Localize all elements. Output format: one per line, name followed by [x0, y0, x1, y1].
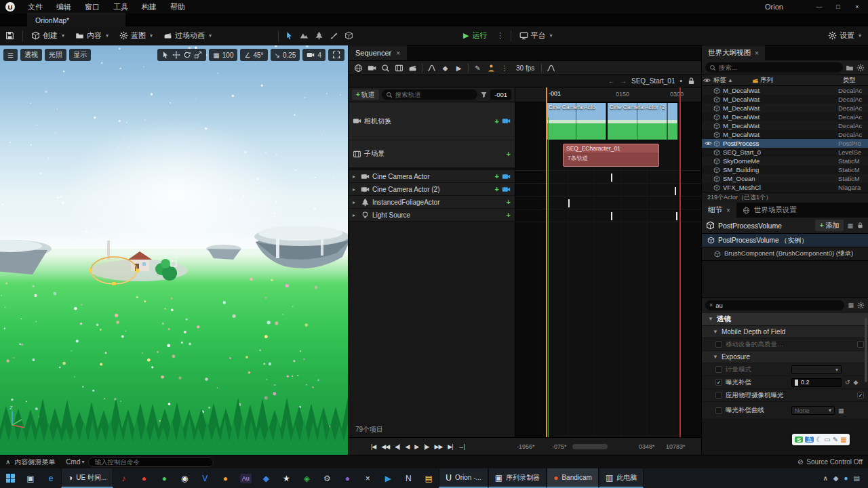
add-component-button[interactable]: + 添加 — [815, 220, 844, 231]
keyframe-marker[interactable] — [568, 199, 570, 207]
menu-item[interactable]: 帮助 — [163, 2, 192, 12]
add-section-icon[interactable]: + — [495, 172, 499, 180]
section-lens[interactable]: ▼ 透镜 — [702, 312, 868, 326]
browse-icon[interactable]: ▦ — [838, 407, 844, 414]
eye-icon[interactable] — [703, 77, 711, 84]
grid-view-icon[interactable]: ▦ — [847, 222, 853, 229]
sogou-logo-icon[interactable]: S — [795, 436, 803, 443]
sequencer-track[interactable]: ▸ Light Source + — [349, 209, 515, 222]
add-folder-icon[interactable] — [846, 64, 854, 72]
perspective-dropdown[interactable]: 透视 — [20, 49, 42, 61]
keyframe-marker[interactable] — [611, 212, 612, 220]
director-board-icon[interactable] — [406, 62, 419, 74]
nav-forward-icon[interactable]: → — [620, 77, 627, 85]
transport-button[interactable]: ▶▶ — [432, 443, 444, 450]
section-exposure[interactable]: ▼ Exposure — [702, 351, 868, 363]
taskbar-app-live[interactable]: ◉ — [174, 468, 195, 488]
taskbar-app-edge[interactable]: e — [41, 468, 61, 488]
sogou-night-icon[interactable]: ☾ — [816, 436, 822, 443]
column-label[interactable]: 标签 — [713, 76, 726, 85]
clear-filter-icon[interactable]: × — [709, 302, 713, 308]
transport-button[interactable]: →| — [456, 443, 467, 450]
metering-dropdown[interactable]: ▾ — [791, 365, 842, 374]
column-type[interactable]: 类型 — [843, 76, 856, 85]
taskbar-window-orion[interactable]: U Orion -... — [439, 468, 488, 488]
timeline-clip-area[interactable]: Cine Camera Acto Cine Camera Actor (2 SE… — [515, 102, 701, 437]
transport-button[interactable]: |▶ — [422, 443, 431, 450]
taskbar-app-folder[interactable]: ▤ — [418, 468, 439, 488]
property-row-metering[interactable]: 计量模式 ▾ — [702, 363, 868, 376]
eye-icon[interactable] — [705, 140, 712, 147]
maximize-button[interactable]: □ — [829, 0, 848, 14]
create-camera-icon[interactable] — [366, 62, 378, 74]
filter-icon[interactable] — [480, 91, 488, 98]
taskbar-app-v[interactable]: V — [195, 468, 215, 488]
outliner-row[interactable]: M_DecalWat DecalAc — [702, 121, 868, 130]
taskbar-window-bandicam[interactable]: ● Bandicam — [547, 468, 599, 488]
sogou-keyboard-icon[interactable]: ▭ — [824, 436, 830, 443]
foliage-mode-button[interactable] — [311, 26, 326, 45]
add-section-icon[interactable]: + — [507, 198, 511, 206]
property-row-mobile-dof[interactable]: 移动设备的高质量高斯景深 — [702, 338, 868, 351]
sequencer-timeline[interactable]: -001 01500300 Cine C — [515, 87, 701, 437]
column-sequence[interactable]: 序列 — [760, 76, 773, 85]
start-button[interactable] — [0, 468, 20, 488]
outliner-row[interactable]: M_DecalWat DecalAc — [702, 86, 868, 95]
outliner-search-input[interactable] — [719, 64, 839, 71]
blueprint-button[interactable]: 蓝图▾ — [114, 26, 158, 45]
outliner-row[interactable]: SEQ_Start_0 LevelSe — [702, 148, 868, 157]
viewport-options-button[interactable]: ☰ — [3, 49, 18, 61]
content-button[interactable]: 内容▾ — [70, 26, 114, 45]
settings-button[interactable]: 设置▾ — [821, 26, 868, 45]
add-section-icon[interactable]: + — [507, 211, 511, 219]
override-checkbox[interactable] — [715, 341, 722, 348]
timeline-ruler[interactable]: -001 01500300 — [515, 87, 701, 102]
outliner-row[interactable]: SM_Ocean StaticM — [702, 174, 868, 183]
taskbar-window-ue-time[interactable]: ◑ UE 时间... — [61, 468, 113, 488]
taskbar-app-green[interactable]: ● — [154, 468, 174, 488]
taskbar-window-this-pc[interactable]: ▥ 此电脑 — [599, 468, 644, 488]
expand-arrow-icon[interactable]: ▸ — [353, 199, 358, 205]
tray-icon-1[interactable]: ◆ — [833, 474, 839, 482]
menu-item[interactable]: 工具 — [106, 2, 135, 12]
details-scrollbar[interactable] — [865, 318, 867, 382]
override-checkbox[interactable] — [715, 407, 722, 414]
lock-icon[interactable] — [856, 222, 864, 229]
tray-icon-3[interactable]: ▤ — [854, 474, 860, 482]
current-frame-field[interactable]: -001 — [490, 89, 511, 100]
expand-arrow-icon[interactable]: ▸ — [353, 186, 358, 192]
outliner-search-box[interactable] — [705, 62, 843, 73]
edit-options-icon[interactable]: ✎ — [471, 62, 484, 74]
section-mobile-dof[interactable]: ▼ Mobile Depth of Field — [702, 326, 868, 338]
outliner-row[interactable]: M_DecalWat DecalAc — [702, 104, 868, 113]
outliner-row[interactable]: SM_Building StaticM — [702, 165, 868, 174]
kebab-menu-icon[interactable]: ⋮ — [498, 62, 511, 74]
expand-arrow-icon[interactable]: ▸ — [353, 212, 358, 218]
subscene-clip[interactable]: SEQ_ECharacter_01 7条轨道 — [563, 144, 659, 167]
curve-asset-dropdown[interactable]: None▾ — [791, 406, 835, 415]
grid-snap-button[interactable]: ▦100 — [209, 49, 237, 61]
taskbar-app-audition[interactable]: Au — [235, 468, 256, 488]
outliner-row[interactable]: M_DecalWat DecalAc — [702, 130, 868, 139]
taskbar-app-widgets[interactable]: ▣ — [20, 468, 41, 488]
scale-tool-icon[interactable] — [194, 51, 202, 59]
lock-icon[interactable] — [687, 77, 696, 85]
cinematics-button[interactable]: 过场动画▾ — [158, 26, 217, 45]
timeline-scrollbar[interactable] — [572, 444, 608, 449]
camera-badge-icon[interactable] — [502, 185, 511, 194]
sequencer-track[interactable]: ▸ 子场景 + — [349, 140, 515, 170]
transform-tools[interactable] — [157, 49, 206, 61]
sequencer-track[interactable]: ▸ Cine Camera Actor (2) + — [349, 183, 515, 196]
camera-speed-button[interactable]: 4 — [302, 49, 326, 61]
menu-item[interactable]: 文件 — [21, 2, 50, 12]
outliner-row[interactable]: SkyDomeMe StaticM — [702, 157, 868, 165]
details-settings-icon[interactable] — [857, 302, 865, 309]
cmd-dropdown[interactable]: Cmd▾ — [66, 458, 84, 466]
reset-icon[interactable]: ↺ — [845, 379, 850, 386]
outliner-tab[interactable]: 世界大纲视图 × — [702, 45, 765, 60]
sequencer-tab[interactable]: Sequencer × — [349, 45, 407, 60]
source-control-status[interactable]: ⊘ Source Control Off — [797, 458, 863, 466]
component-tree-item[interactable]: BrushComponent (BrushComponent0) (继承) — [702, 247, 868, 261]
camera-cut-clip[interactable]: Cine Camera Actor (2 — [607, 102, 678, 140]
sogou-toolbox-icon[interactable]: ▦ — [840, 436, 846, 443]
